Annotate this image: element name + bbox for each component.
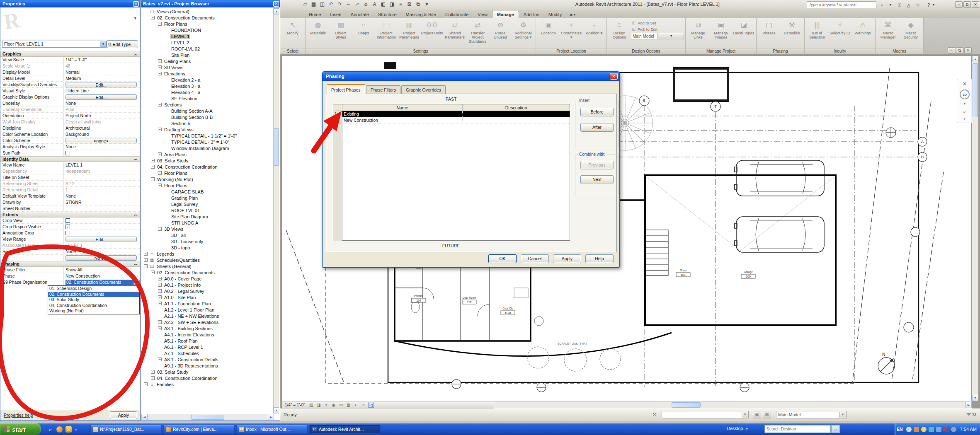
tree-item-foundation[interactable]: FOUNDATION: [141, 27, 273, 33]
modify-type-icon[interactable]: ◫: [319, 1, 325, 7]
browser-vertical-scrollbar[interactable]: ▲ ▼: [273, 8, 279, 413]
scroll-down-icon[interactable]: ▼: [273, 407, 279, 413]
apply-button[interactable]: Apply: [553, 254, 581, 263]
tree-item-a3-1-building-sections[interactable]: +A3.1 - Building Sections: [141, 325, 273, 331]
tree-item-a5-1-roof-plan[interactable]: A5.1 - Roof Plan: [141, 338, 273, 344]
expand-icon[interactable]: +: [158, 283, 162, 287]
expand-icon[interactable]: +: [151, 159, 155, 162]
search-icon[interactable]: [936, 427, 941, 432]
undo-icon[interactable]: ↶: [328, 1, 334, 7]
tab-collaborate[interactable]: Collaborate: [441, 11, 473, 18]
taskbar-window-revitcity-com-eleva[interactable]: RevitCity.com | Eleva...: [163, 425, 235, 434]
favorites-star-icon[interactable]: ☆: [915, 2, 921, 8]
desktop-toolbar[interactable]: Desktop»: [727, 426, 748, 431]
tree-item-elevation-2-a[interactable]: Elevation 2 - a: [141, 77, 273, 83]
tree-item-level-2[interactable]: LEVEL 2: [141, 39, 273, 46]
property-value[interactable]: Hidden Line: [63, 88, 140, 94]
tree-item-elevation-3-a[interactable]: Elevation 3 - a: [141, 83, 273, 89]
tree-item-sections[interactable]: −Sections: [141, 102, 273, 108]
insert-before-button[interactable]: Before: [580, 108, 614, 116]
collapse-icon[interactable]: −: [151, 16, 155, 19]
expand-icon[interactable]: +: [144, 252, 148, 256]
scroll-right-icon[interactable]: ▶: [965, 402, 972, 408]
gray-inactive-toggle[interactable]: ▩: [763, 411, 771, 418]
ribbon-button-snaps[interactable]: ∩Snaps: [352, 19, 375, 35]
property-group-identity-data[interactable]: Identity Data︽: [0, 156, 140, 162]
ribbon-button-additional-settings[interactable]: ⚙Additional Settings ▾: [512, 19, 534, 39]
reminder-icon[interactable]: [921, 427, 927, 432]
tree-item-ceiling-plans[interactable]: +Ceiling Plans: [141, 58, 273, 64]
combine-next-button[interactable]: Next: [580, 175, 614, 184]
tree-item-level-1[interactable]: LEVEL 1: [141, 33, 273, 39]
tree-item-floor-plans[interactable]: −Floor Plans: [141, 182, 273, 188]
properties-title-bar[interactable]: Properties ✕: [0, 0, 140, 7]
zoom-icon[interactable]: ⌕: [963, 108, 966, 115]
collapse-chevron-icon[interactable]: ︽: [134, 52, 138, 56]
project-browser-title-bar[interactable]: Bates_v7.rvt - Project Browser ✕: [141, 0, 280, 7]
tree-item-3d-views[interactable]: −3D Views: [141, 226, 273, 232]
section-icon[interactable]: ◨: [389, 1, 395, 7]
expand-icon[interactable]: +: [158, 326, 162, 330]
scroll-up-icon[interactable]: ▲: [273, 8, 279, 15]
design-options-dropdown[interactable]: Main Model▼: [776, 411, 847, 418]
reveal-hidden-elements-icon[interactable]: ○: [361, 402, 366, 408]
phase-row[interactable]: Existing: [342, 111, 570, 117]
tab-structure[interactable]: Structure: [374, 11, 401, 18]
firefox-icon[interactable]: [56, 426, 63, 433]
tab-view[interactable]: View: [473, 11, 492, 18]
phase-organisation-dropdown-list[interactable]: 01. Schematic Design02. Construction Doc…: [48, 285, 140, 314]
property-value[interactable]: 02. Construction Documents▼: [63, 279, 140, 285]
expand-icon[interactable]: +: [158, 171, 162, 175]
worksets-dropdown[interactable]: ▼: [662, 411, 749, 418]
tree-item-a0-2-legal-survey[interactable]: +A0.2 - Legal Survey: [141, 288, 273, 294]
measure-icon[interactable]: ↗: [354, 1, 360, 7]
visual-style-icon[interactable]: ◨: [316, 402, 322, 408]
ribbon-button-phases[interactable]: ▤Phases: [758, 19, 780, 35]
chevron-down-icon[interactable]: ▼: [133, 280, 140, 285]
property-group-extents[interactable]: Extents︽: [0, 212, 140, 218]
ribbon-button-decal-types[interactable]: ◪Decal Types: [733, 19, 755, 35]
hscroll-thumb[interactable]: [191, 415, 224, 420]
property-value[interactable]: ✓: [63, 224, 140, 230]
tree-item-a0-0-cover-page[interactable]: +A0.0 - Cover Page: [141, 276, 273, 282]
phase-description-cell[interactable]: [463, 117, 570, 123]
collapse-icon[interactable]: −: [151, 165, 155, 169]
collapse-chevron-icon[interactable]: ︽: [134, 213, 138, 217]
tree-item-04-construction-coordination[interactable]: −04. Construction Coordination: [141, 164, 273, 170]
property-edit-button[interactable]: Edit...: [65, 94, 137, 100]
tab-add-ins[interactable]: Add-Ins: [519, 11, 544, 18]
view-restore-icon[interactable]: ⧉: [956, 47, 963, 54]
taskbar-window-n-projects-1198-bat[interactable]: N:\Projects\1198_Bat...: [90, 425, 162, 434]
property-value[interactable]: [63, 174, 140, 180]
expand-icon[interactable]: +: [151, 370, 155, 374]
scroll-right-icon[interactable]: ▶: [268, 414, 274, 420]
ribbon-button-ids-of-selection[interactable]: |||IDs of Selection: [806, 19, 828, 39]
desktop-search-icon[interactable]: ⌕: [831, 425, 840, 433]
zoom-dropdown-icon[interactable]: ▾: [964, 117, 965, 121]
desktop-search-input[interactable]: [764, 425, 831, 433]
default-3d-view-icon[interactable]: ◧: [380, 1, 386, 7]
tree-item-window-installation-diagram[interactable]: Window Installation Diagram: [141, 145, 273, 151]
expand-icon[interactable]: +: [144, 258, 148, 262]
selection-filter[interactable]: :0: [966, 412, 976, 417]
combine-previous-button[interactable]: Previous: [580, 161, 614, 169]
property-checkbox[interactable]: [65, 218, 70, 223]
ribbon-button-position[interactable]: +Position ▾: [583, 19, 605, 35]
tree-item-garage-slab[interactable]: GARAGE SLAB: [141, 188, 273, 195]
tree-item-section-5[interactable]: Section 5: [141, 120, 273, 126]
ribbon-button-manage-images[interactable]: ▣Manage Images: [710, 19, 732, 39]
phase-name-cell[interactable]: New Construction: [342, 117, 463, 123]
tree-item-a1-2-level-1-floor-plan[interactable]: A1.2 - Level 1 Floor Plan: [141, 307, 273, 313]
tree-item-a8-1-construction-details[interactable]: +A8.1 - Construction Details: [141, 356, 273, 362]
tree-item-sheets-general[interactable]: −▤Sheets (General): [141, 263, 273, 269]
property-value[interactable]: STK/NR: [63, 199, 140, 205]
communication-center-icon[interactable]: ◬: [905, 2, 912, 8]
property-edit-button[interactable]: No clip: [65, 255, 137, 261]
updates-icon[interactable]: [951, 427, 956, 432]
tree-item-families[interactable]: −⌂Families: [141, 381, 273, 387]
view-minimize-icon[interactable]: –: [948, 47, 955, 54]
tree-item-typical-detail-1-1-2-1-0[interactable]: TYPICAL DETAIL - 1 1/2" = 1'-0": [141, 133, 273, 139]
property-value[interactable]: [63, 205, 140, 211]
property-value[interactable]: Edit...: [63, 94, 140, 100]
property-checkbox[interactable]: [65, 231, 70, 235]
